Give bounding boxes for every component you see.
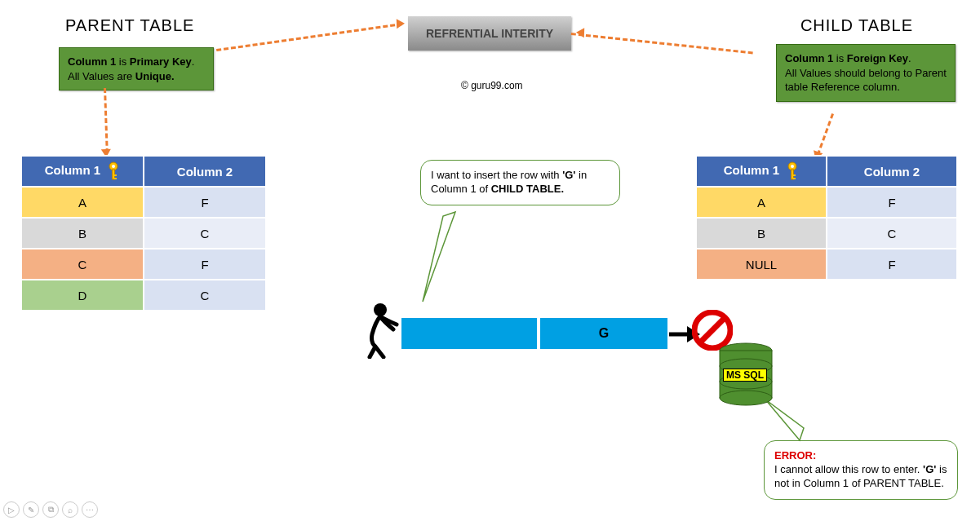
svg-rect-9 — [793, 178, 796, 179]
pen-icon[interactable]: ✎ — [23, 501, 39, 518]
key-icon — [107, 161, 120, 181]
table-row: CF — [21, 249, 266, 280]
zoom-icon[interactable]: ⌕ — [62, 501, 78, 518]
svg-line-14 — [700, 318, 725, 342]
child-col1-header: Column 1 — [696, 156, 827, 187]
cell: F — [144, 249, 266, 280]
table-row: NULLF — [696, 249, 957, 280]
cell: D — [21, 280, 144, 311]
cell: F — [144, 187, 266, 218]
insert-row-cell2: G — [539, 316, 669, 351]
footer-toolbar: ▷ ✎ ⧉ ⌕ ⋯ — [3, 501, 98, 518]
table-row: AF — [696, 187, 957, 218]
svg-rect-4 — [114, 178, 117, 179]
parent-table-title: PARENT TABLE — [65, 16, 194, 35]
parent-table: Column 1 Column 2 AFBCCFDC — [20, 155, 267, 311]
more-icon[interactable]: ⋯ — [82, 501, 98, 518]
child-table-title: CHILD TABLE — [800, 16, 913, 35]
cell: F — [827, 249, 957, 280]
child-col2-header: Column 2 — [827, 156, 957, 187]
svg-rect-3 — [114, 174, 117, 176]
key-icon — [786, 161, 799, 181]
person-icon — [357, 302, 402, 359]
svg-point-6 — [791, 165, 794, 168]
dashed-connector — [817, 113, 834, 156]
cell: C — [144, 280, 266, 311]
parent-col2-header: Column 2 — [144, 156, 266, 187]
error-speech-bubble: ERROR:I cannot allow this row to enter. … — [764, 440, 958, 500]
referential-integrity-banner: REFRENTIAL INTERITY — [408, 16, 571, 51]
database-label: MS SQL — [723, 369, 767, 382]
parent-col1-header: Column 1 — [21, 156, 144, 187]
cell: F — [827, 187, 957, 218]
cell: C — [144, 218, 266, 249]
table-row: BC — [21, 218, 266, 249]
copy-icon[interactable]: ⧉ — [42, 501, 59, 518]
arrowhead-icon — [576, 28, 584, 38]
arrowhead-icon — [397, 19, 405, 29]
primary-key-note: Column 1 is Primary Key.All Values are U… — [59, 47, 214, 91]
play-icon[interactable]: ▷ — [3, 501, 20, 518]
cell: NULL — [696, 249, 827, 280]
child-table: Column 1 Column 2 AFBCNULLF — [695, 155, 958, 280]
table-row: DC — [21, 280, 266, 311]
svg-point-1 — [112, 165, 115, 168]
cell: C — [827, 218, 957, 249]
table-row: BC — [696, 218, 957, 249]
foreign-key-note: Column 1 is Foreign Key.All Values shoul… — [776, 44, 956, 102]
insert-speech-bubble: I want to insert the row with 'G' in Col… — [420, 160, 620, 205]
cell: B — [696, 218, 827, 249]
svg-rect-8 — [793, 174, 796, 176]
insert-row-cell1 — [400, 316, 539, 351]
speech-tail-icon — [419, 208, 459, 306]
dashed-connector — [571, 33, 753, 54]
dashed-connector — [216, 23, 402, 51]
dashed-connector — [104, 88, 109, 153]
cell: A — [696, 187, 827, 218]
copyright-text: © guru99.com — [461, 80, 523, 91]
table-row: AF — [21, 187, 266, 218]
insert-row: G — [400, 316, 669, 351]
cell: C — [21, 249, 144, 280]
cell: B — [21, 218, 144, 249]
svg-point-17 — [720, 391, 772, 405]
cell: A — [21, 187, 144, 218]
